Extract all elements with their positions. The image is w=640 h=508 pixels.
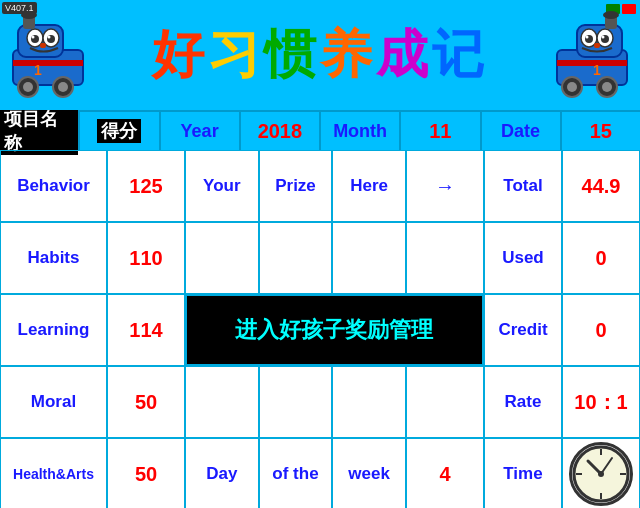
moral-score: 50 (135, 391, 157, 414)
title-char-4: 成 (376, 25, 432, 83)
learning-label: Learning (18, 320, 90, 340)
month-label-cell: Month (321, 112, 401, 150)
year-value-cell: 2018 (241, 112, 321, 150)
clock-cell (562, 438, 640, 508)
health-score: 50 (135, 463, 157, 486)
month-value: 11 (429, 120, 451, 143)
health-col3: Day (185, 438, 259, 508)
date-value-cell: 15 (562, 112, 640, 150)
popup-text: 进入好孩子奖励管理 (235, 315, 433, 345)
behavior-label: Behavior (17, 176, 90, 196)
svg-point-23 (586, 36, 589, 39)
learning-score-cell: 114 (107, 294, 185, 366)
title-char-1: 习 (208, 25, 264, 83)
title-text: 好习惯养成记 (152, 20, 488, 90)
svg-text:1: 1 (593, 62, 601, 78)
thomas-left-svg: 1 (8, 10, 93, 100)
svg-point-12 (23, 82, 33, 92)
score-header: 得分 (80, 112, 160, 150)
learning-score: 114 (129, 319, 162, 342)
svg-point-31 (602, 82, 612, 92)
health-label-cell: Health&Arts (0, 438, 107, 508)
moral-col4 (259, 366, 333, 438)
health-col4: of the (259, 438, 333, 508)
health-ofthe: of the (272, 464, 318, 484)
behavior-your: Your (203, 176, 240, 196)
used-value-cell: 0 (562, 222, 640, 294)
health-score-cell: 50 (107, 438, 185, 508)
used-label-cell: Used (484, 222, 562, 294)
clock-svg (572, 445, 630, 503)
main-grid: Behavior 125 Your Prize Here → Total 44.… (0, 150, 640, 508)
credit-value: 0 (595, 319, 606, 342)
behavior-prize: Prize (275, 176, 316, 196)
svg-rect-8 (40, 43, 46, 48)
health-day: Day (206, 464, 237, 484)
behavior-score-cell: 125 (107, 150, 185, 222)
thomas-right-svg: 1 (547, 10, 632, 100)
thomas-right: 1 (547, 10, 632, 100)
svg-point-14 (58, 82, 68, 92)
svg-point-7 (48, 36, 51, 39)
moral-score-cell: 50 (107, 366, 185, 438)
time-label: Time (503, 464, 542, 484)
total-value-cell: 44.9 (562, 150, 640, 222)
year-value: 2018 (258, 120, 303, 143)
used-value: 0 (595, 247, 606, 270)
popup-overlay[interactable]: 进入好孩子奖励管理 (185, 294, 484, 366)
year-label-cell: Year (161, 112, 241, 150)
date-label: Date (501, 121, 540, 142)
svg-point-29 (567, 82, 577, 92)
score-label: 得分 (97, 119, 141, 143)
habits-label: Habits (28, 248, 80, 268)
moral-label-cell: Moral (0, 366, 107, 438)
habits-label-cell: Habits (0, 222, 107, 294)
col1-header: 项目名称 (0, 107, 78, 155)
title-char-0: 好 (152, 25, 208, 83)
svg-text:1: 1 (34, 62, 42, 78)
habits-score-cell: 110 (107, 222, 185, 294)
total-value: 44.9 (582, 175, 621, 198)
app-container: V407.1 (0, 0, 640, 508)
behavior-col3: Your (185, 150, 259, 222)
title-char-3: 养 (320, 25, 376, 83)
rate-label-cell: Rate (484, 366, 562, 438)
svg-rect-25 (594, 43, 600, 48)
date-label-cell: Date (482, 112, 562, 150)
behavior-here: Here (350, 176, 388, 196)
date-value: 15 (590, 120, 612, 143)
behavior-col5: Here (332, 150, 406, 222)
behavior-col4: Prize (259, 150, 333, 222)
habits-col3 (185, 222, 259, 294)
total-label-cell: Total (484, 150, 562, 222)
title-char-2: 惯 (264, 25, 320, 83)
svg-point-10 (21, 11, 37, 19)
health-label: Health&Arts (13, 466, 94, 482)
moral-col6 (406, 366, 484, 438)
behavior-col6: → (406, 150, 484, 222)
header-title: 好习惯养成记 (93, 20, 547, 90)
rate-value-cell: 10：1 (562, 366, 640, 438)
svg-point-27 (603, 11, 619, 19)
health-dow-number: 4 (439, 463, 450, 486)
svg-rect-15 (13, 60, 83, 66)
total-label: Total (503, 176, 542, 196)
habits-col4 (259, 222, 333, 294)
moral-col3 (185, 366, 259, 438)
behavior-score: 125 (129, 175, 162, 198)
health-col6: 4 (406, 438, 484, 508)
svg-point-6 (32, 36, 35, 39)
header: V407.1 (0, 0, 640, 110)
rate-value: 10：1 (574, 389, 627, 416)
habits-col6 (406, 222, 484, 294)
date-bar: 项目名称 得分 Year 2018 Month 11 Date 15 (0, 110, 640, 150)
health-week: week (348, 464, 390, 484)
year-label: Year (181, 121, 219, 142)
used-label: Used (502, 248, 544, 268)
health-col5: week (332, 438, 406, 508)
behavior-label-cell: Behavior (0, 150, 107, 222)
time-label-cell: Time (484, 438, 562, 508)
rate-label: Rate (505, 392, 542, 412)
credit-label-cell: Credit (484, 294, 562, 366)
moral-label: Moral (31, 392, 76, 412)
